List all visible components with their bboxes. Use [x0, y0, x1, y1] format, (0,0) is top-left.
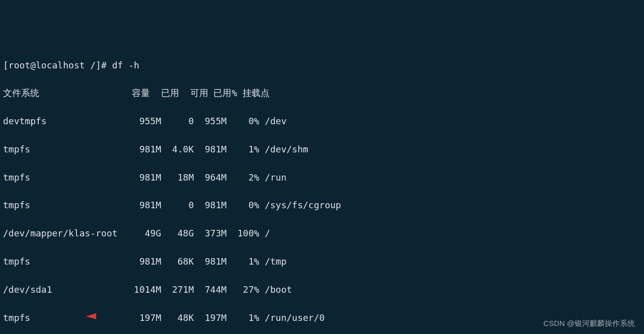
df-row: tmpfs 981M 4.0K 981M 1% /dev/shm	[3, 142, 641, 156]
df-row: tmpfs 981M 18M 964M 2% /run	[3, 171, 641, 185]
df-row: /dev/mapper/klas-root 49G 48G 373M 100% …	[3, 226, 641, 240]
df-row: /dev/sda1 1014M 271M 744M 27% /boot	[3, 283, 641, 297]
arrow-icon: ◀	[86, 308, 96, 323]
df-row: devtmpfs 955M 0 955M 0% /dev	[3, 114, 641, 128]
prompt: [root@localhost /]#	[3, 60, 112, 70]
watermark: CSDN @银河麒麟操作系统	[543, 317, 635, 329]
df-row: tmpfs 981M 0 981M 0% /sys/fs/cgroup	[3, 198, 641, 212]
df-row: tmpfs 981M 68K 981M 1% /tmp	[3, 255, 641, 269]
command-df: df -h	[112, 60, 139, 70]
prompt-line: [root@localhost /]# df -h	[3, 58, 641, 72]
df-header: 文件系统 容量 已用 可用 已用% 挂载点	[3, 86, 641, 100]
